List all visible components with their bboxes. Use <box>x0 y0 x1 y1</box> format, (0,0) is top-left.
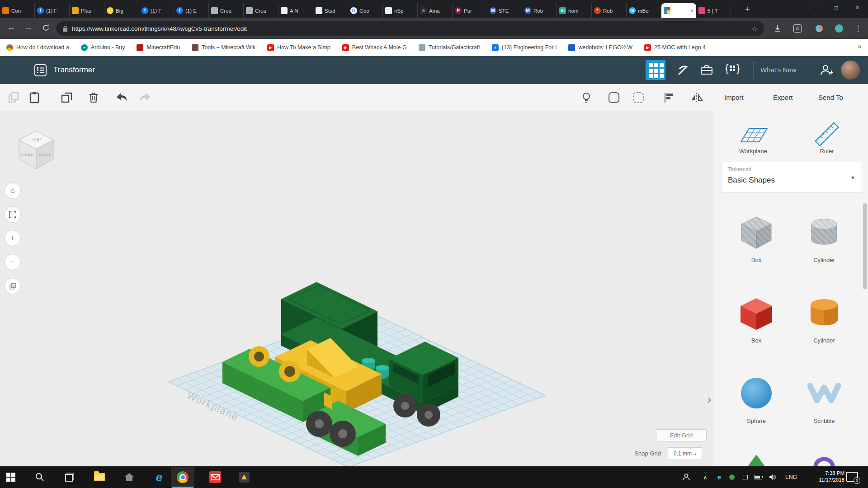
bookmark-item[interactable]: wedobots: LEGO® W <box>568 44 632 51</box>
shape-cone-partial[interactable] <box>729 453 783 468</box>
shape-box-red[interactable]: Box <box>729 292 783 344</box>
design-canvas[interactable]: Workplane TOP FRONT RIGHT ⌂ + − Edit Gri… <box>0 111 713 466</box>
tray-edge-icon[interactable]: e <box>713 466 725 488</box>
url-text[interactable]: https://www.tinkercad.com/things/kA48Aws… <box>72 25 247 32</box>
extension-icon[interactable] <box>813 22 826 35</box>
hidden-shape-icon[interactable] <box>632 91 645 106</box>
bookmark-item[interactable]: f (13) Engineering For I <box>492 44 557 51</box>
bookmark-item[interactable]: ▶ Best Whack A Mole G <box>342 44 407 51</box>
align-icon[interactable] <box>663 91 675 106</box>
bookmark-item[interactable]: Tutorials/Galacticraft <box>419 44 480 51</box>
tab-close-icon[interactable]: × <box>690 7 693 14</box>
browser-tab[interactable]: nSp × <box>383 3 418 18</box>
bookmark-item[interactable]: Tools – Minecraft Wik <box>192 44 255 51</box>
zoom-in-button[interactable]: + <box>5 230 21 246</box>
tray-green-icon[interactable] <box>726 466 738 488</box>
shape-box-striped[interactable]: Box <box>729 211 783 263</box>
browser-tab[interactable]: 5 | T × <box>696 3 731 18</box>
dashboard-grid-button[interactable] <box>646 60 665 80</box>
browser-tab[interactable]: M Rob × <box>522 3 557 18</box>
add-user-icon[interactable] <box>819 63 835 79</box>
shape-cylinder-orange[interactable]: Cylinder <box>797 292 851 344</box>
volume-icon[interactable] <box>766 466 779 488</box>
show-shape-icon[interactable] <box>608 91 620 106</box>
whats-new-link[interactable]: What's New <box>760 66 797 74</box>
paste-icon[interactable] <box>28 91 41 106</box>
bookmark-item[interactable]: ∞ Arduino - Buy <box>81 44 125 51</box>
browser-tab[interactable]: Con × <box>0 3 35 18</box>
design-title[interactable]: Transformer <box>53 66 95 75</box>
studio-app-icon[interactable] <box>233 466 255 488</box>
view-cube-right-label[interactable]: RIGHT <box>39 153 51 157</box>
battery-icon[interactable] <box>751 466 765 488</box>
browser-tab[interactable]: m hom × <box>557 3 592 18</box>
ruler-tool[interactable]: Ruler <box>800 122 854 155</box>
user-avatar[interactable] <box>841 61 860 80</box>
codeblocks-icon[interactable]: { } <box>725 62 740 74</box>
window-close-button[interactable]: × <box>847 0 868 15</box>
download-icon[interactable] <box>771 22 784 35</box>
undo-icon[interactable] <box>115 91 128 106</box>
collapse-panel-icon[interactable]: › <box>702 388 717 411</box>
start-button[interactable] <box>0 466 22 488</box>
browser-tab[interactable]: A N × <box>278 3 313 18</box>
browser-tab[interactable]: Stud × <box>313 3 348 18</box>
browser-tab[interactable]: Crea × <box>209 3 244 18</box>
redo-icon[interactable] <box>138 91 152 106</box>
delete-icon[interactable] <box>88 91 99 106</box>
browser-menu-icon[interactable]: ⋮ <box>852 22 864 35</box>
browser-tab[interactable]: * Rob × <box>592 3 627 18</box>
edge-icon[interactable]: e <box>148 466 170 488</box>
action-center-icon[interactable]: 3 <box>846 472 858 482</box>
app-icon[interactable] <box>118 466 140 488</box>
duplicate-icon[interactable] <box>61 91 73 106</box>
chrome-icon[interactable] <box>172 466 193 488</box>
people-icon[interactable] <box>677 466 695 488</box>
new-tab-button[interactable]: + <box>741 4 753 15</box>
shape-cylinder-striped[interactable]: Cylinder <box>797 211 851 263</box>
shape-scribble[interactable]: Scribble <box>797 372 851 424</box>
edit-grid-button[interactable]: Edit Grid <box>656 429 707 441</box>
bookmark-star-icon[interactable]: ☆ <box>751 24 758 33</box>
browser-tab[interactable]: m mBo × <box>627 3 661 18</box>
workplane-tool[interactable]: Workplane <box>726 122 780 155</box>
browser-tab[interactable]: G Goo × <box>348 3 383 18</box>
bookmark-item[interactable]: ▶ How To Make a Simp <box>267 44 330 51</box>
design-menu-icon[interactable] <box>34 64 47 78</box>
language-indicator[interactable]: ENG <box>782 466 800 488</box>
bookmark-item[interactable]: ▶ 25 MOC with Lego 4 <box>644 44 706 51</box>
home-view-button[interactable]: ⌂ <box>5 183 21 199</box>
export-button[interactable]: Export <box>769 84 797 111</box>
mirror-icon[interactable] <box>690 91 703 106</box>
browser-tab[interactable]: Crea × <box>244 3 278 18</box>
browser-tab[interactable]: f (1) F × <box>35 3 70 18</box>
view-cube[interactable]: TOP FRONT RIGHT <box>13 127 60 174</box>
fit-view-button[interactable] <box>5 206 21 223</box>
search-icon[interactable] <box>29 466 51 488</box>
tray-dropbox-icon[interactable] <box>739 466 750 488</box>
back-button[interactable]: ← <box>5 23 17 33</box>
view-cube-front-label[interactable]: FRONT <box>21 153 34 157</box>
snap-grid-dropdown[interactable]: 0.1 mm ▴ <box>668 447 702 460</box>
file-explorer-icon[interactable] <box>89 466 110 488</box>
browser-tab[interactable]: Plas × <box>70 3 104 18</box>
lightbulb-icon[interactable] <box>580 91 592 106</box>
view-cube-top-label[interactable]: TOP <box>32 137 41 142</box>
shape-tube-partial[interactable] <box>797 453 851 468</box>
browser-tab[interactable]: a Ama × <box>418 3 453 18</box>
workplane-scene[interactable]: Workplane <box>0 111 713 466</box>
refresh-button[interactable] <box>40 24 52 34</box>
browser-tab[interactable]: f (1) E × <box>174 3 209 18</box>
browser-tab[interactable]: f (1) F × <box>139 3 174 18</box>
forward-button[interactable]: → <box>23 23 34 33</box>
perspective-toggle-button[interactable] <box>5 278 21 294</box>
tray-expand-icon[interactable]: ∧ <box>699 466 712 488</box>
browser-tab[interactable]: × <box>661 3 696 18</box>
shape-sphere[interactable]: Sphere <box>729 372 783 424</box>
window-maximize-button[interactable]: □ <box>826 0 847 15</box>
address-bar[interactable]: https://www.tinkercad.com/things/kA48Aws… <box>56 21 764 36</box>
browser-tab[interactable]: Big × <box>104 3 139 18</box>
bookmark-item[interactable]: MinecraftEdu <box>137 44 180 51</box>
browser-tab[interactable]: M STE × <box>487 3 522 18</box>
copy-icon[interactable] <box>7 91 20 106</box>
